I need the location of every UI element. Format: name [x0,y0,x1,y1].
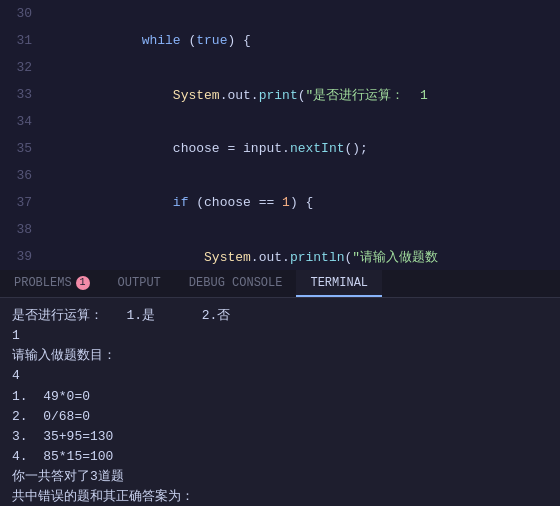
line-content: System.out.println("请输入做题数 [48,248,438,266]
code-line-31: 31 while (true) { [0,27,560,54]
terminal-line-5: 1. 49*0=0 [12,387,548,407]
tab-debug-console-label: DEBUG CONSOLE [189,276,283,290]
terminal-line-1: 是否进行运算： 1.是 2.否 [12,306,548,326]
line-number: 34 [0,114,48,129]
terminal-area[interactable]: 是否进行运算： 1.是 2.否 1 请输入做题数目： 4 1. 49*0=0 2… [0,298,560,506]
terminal-line-2: 1 [12,326,548,346]
code-lines: 30 31 while (true) { 32 33 System.out.pr… [0,0,560,270]
tab-problems[interactable]: PROBLEMS 1 [0,270,104,297]
code-line-34: 34 [0,108,560,135]
tab-terminal-label: TERMINAL [310,276,368,290]
tab-debug-console[interactable]: DEBUG CONSOLE [175,270,297,297]
tab-problems-label: PROBLEMS [14,276,72,290]
terminal-line-6: 2. 0/68=0 [12,407,548,427]
tab-terminal[interactable]: TERMINAL [296,270,382,297]
line-content: while (true) { [48,33,251,48]
code-line-36: 36 [0,162,560,189]
code-editor: 30 31 while (true) { 32 33 System.out.pr… [0,0,560,270]
line-number: 32 [0,60,48,75]
terminal-line-10: 共中错误的题和其正确答案为： [12,487,548,506]
tab-output-label: OUTPUT [118,276,161,290]
code-line-39: 39 System.out.println("请输入做题数 [0,243,560,270]
terminal-line-3: 请输入做题数目： [12,346,548,366]
tab-output[interactable]: OUTPUT [104,270,175,297]
code-line-37: 37 if (choose == 1) { [0,189,560,216]
code-line-30: 30 [0,0,560,27]
terminal-line-4: 4 [12,366,548,386]
line-content: System.out.print("是否进行运算： 1 [48,86,428,104]
terminal-line-7: 3. 35+95=130 [12,427,548,447]
line-number: 37 [0,195,48,210]
line-content: choose = input.nextInt(); [48,141,368,156]
line-number: 36 [0,168,48,183]
terminal-line-9: 你一共答对了3道题 [12,467,548,487]
problems-badge: 1 [76,276,90,290]
tab-bar: PROBLEMS 1 OUTPUT DEBUG CONSOLE TERMINAL [0,270,560,298]
line-number: 39 [0,249,48,264]
code-line-35: 35 choose = input.nextInt(); [0,135,560,162]
code-line-33: 33 System.out.print("是否进行运算： 1 [0,81,560,108]
code-line-38: 38 [0,216,560,243]
line-number: 33 [0,87,48,102]
line-number: 30 [0,6,48,21]
line-number: 35 [0,141,48,156]
terminal-line-8: 4. 85*15=100 [12,447,548,467]
code-line-32: 32 [0,54,560,81]
line-content: if (choose == 1) { [48,195,313,210]
line-number: 31 [0,33,48,48]
line-number: 38 [0,222,48,237]
